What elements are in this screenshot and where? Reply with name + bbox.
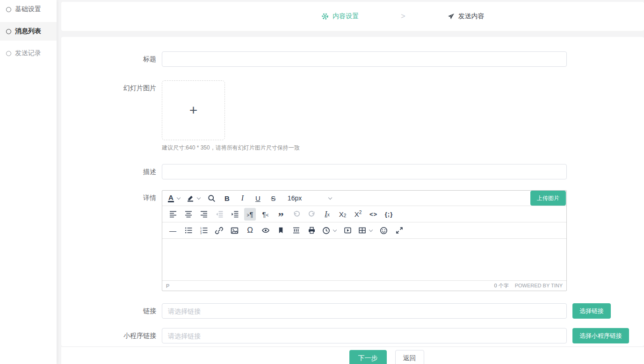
media-icon [344,227,352,234]
search-replace-button[interactable] [206,192,217,205]
fullscreen-button[interactable] [393,224,405,237]
code-sample-icon: {;} [385,211,393,218]
ltr-button[interactable]: >¶ [244,208,256,221]
clear-formatting-button[interactable]: Ix [321,208,333,221]
horizontal-rule-button[interactable]: — [167,224,179,237]
image-button[interactable] [229,224,240,237]
strikethrough-button[interactable]: S [268,192,279,205]
subscript-button[interactable]: X2 [337,208,348,221]
insert-datetime-button[interactable] [321,224,338,237]
link-button[interactable] [213,224,225,237]
sidebar-item-send-records[interactable]: 发送记录 [0,44,57,63]
emoticons-button[interactable] [378,224,390,237]
sidebar-item-message-list[interactable]: 消息列表 [0,22,57,41]
rich-text-editor: A [162,190,567,291]
bullet-list-button[interactable] [182,224,194,237]
step-label: 发送内容 [458,12,485,21]
content-area: 内容设置 > 发送内容 标题 幻灯片图片 + [57,0,644,364]
bullet-list-icon [185,227,192,234]
slides-hint: 建议尺寸:640 * 350，请将所有幻灯片图片尺寸保持一致 [162,144,300,152]
anchor-button[interactable] [275,224,287,237]
underline-button[interactable]: U [252,192,264,205]
detail-row: 详情 A [61,190,644,291]
sidebar-item-label: 消息列表 [15,27,41,36]
description-input[interactable] [162,164,567,179]
select-link-button[interactable]: 选择链接 [572,303,611,319]
svg-text:3: 3 [200,232,202,234]
form-card: 标题 幻灯片图片 + 建议尺寸:640 * 350，请将所有幻灯片图片尺寸保持一… [61,37,644,346]
page-break-icon [292,227,300,234]
rtl-button[interactable]: ¶< [260,208,271,221]
miniprogram-link-input[interactable] [162,328,567,343]
bold-button[interactable]: B [221,192,233,205]
fullscreen-icon [396,227,403,234]
background-color-button[interactable] [186,192,202,205]
bold-icon: B [224,194,230,202]
select-miniprogram-link-button[interactable]: 选择小程序链接 [572,328,629,343]
detail-label: 详情 [61,190,162,206]
preview-button[interactable] [260,224,271,237]
code-button[interactable]: <> [368,208,379,221]
link-icon [215,227,223,235]
redo-button[interactable] [306,208,318,221]
chevron-down-icon [369,228,373,231]
miniprogram-link-label: 小程序链接 [61,328,162,343]
toolbar-row-1: A [162,191,566,206]
page: 基础设置 消息列表 发送记录 内容设置 > [0,0,644,364]
align-left-button[interactable] [167,208,179,221]
align-left-icon [169,210,177,218]
search-icon [208,194,216,202]
numbered-list-button[interactable]: 1 2 3 [198,224,210,237]
image-upload-box[interactable]: + [162,80,225,140]
sidebar-item-label: 基础设置 [15,5,41,14]
editor-content-area[interactable] [162,239,566,280]
media-button[interactable] [342,224,354,237]
italic-icon: I [241,194,244,202]
chevron-down-icon [197,195,201,199]
gear-icon [321,13,329,20]
code-icon: <> [369,211,377,218]
font-size-value: 16px [288,194,302,202]
code-sample-button[interactable]: {;} [383,208,395,221]
outdent-button[interactable] [213,208,225,221]
eye-icon [261,227,270,234]
blockquote-icon: ” [278,209,284,219]
superscript-button[interactable]: X2 [352,208,364,221]
upload-image-button[interactable]: 上传图片 [530,191,566,206]
italic-button[interactable]: I [237,192,248,205]
align-right-button[interactable] [198,208,210,221]
slides-upload-wrap: + 建议尺寸:640 * 350，请将所有幻灯片图片尺寸保持一致 [162,80,300,152]
table-button[interactable] [357,224,374,237]
undo-icon [293,210,300,218]
indent-button[interactable] [229,208,240,221]
font-size-select[interactable]: 16px [284,192,336,205]
link-input[interactable] [162,303,567,319]
chevron-down-icon [328,195,332,199]
back-button[interactable]: 返回 [395,350,424,364]
smiley-icon [380,227,388,235]
element-path: P [166,283,169,289]
outdent-icon [216,210,223,218]
page-break-button[interactable] [290,224,302,237]
sidebar: 基础设置 消息列表 发送记录 [0,0,57,364]
clock-icon [322,227,330,235]
step-send-content[interactable]: 发送内容 [448,12,485,21]
strikethrough-icon: S [271,194,275,202]
sidebar-item-basic-settings[interactable]: 基础设置 [0,0,57,19]
circle-icon [6,7,11,12]
toolbar-row-2: >¶ ¶< ” [162,206,566,222]
ltr-icon: >¶ [247,210,253,218]
print-button[interactable] [306,224,318,237]
sidebar-item-label: 发送记录 [15,49,41,57]
text-color-button[interactable]: A [167,192,182,205]
next-step-button[interactable]: 下一步 [349,350,387,364]
align-center-button[interactable] [182,208,194,221]
step-content-settings[interactable]: 内容设置 [321,12,359,21]
special-character-button[interactable]: Ω [244,224,256,237]
subscript-icon: X2 [339,210,347,218]
blockquote-button[interactable]: ” [275,208,287,221]
undo-button[interactable] [290,208,302,221]
special-character-icon: Ω [247,226,253,235]
title-input[interactable] [162,51,567,67]
send-icon [448,13,455,20]
